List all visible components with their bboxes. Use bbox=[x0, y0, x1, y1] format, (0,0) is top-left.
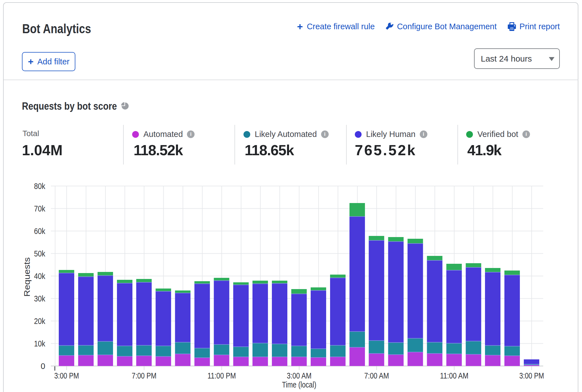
svg-text:80k: 80k bbox=[34, 182, 45, 191]
svg-text:Requests: Requests bbox=[22, 257, 31, 297]
svg-text:7:00 AM: 7:00 AM bbox=[364, 371, 389, 380]
svg-text:7:00 PM: 7:00 PM bbox=[132, 371, 157, 380]
svg-text:3:00 AM: 3:00 AM bbox=[287, 371, 312, 380]
svg-text:3:00 PM: 3:00 PM bbox=[54, 371, 79, 380]
svg-text:11:00 PM: 11:00 PM bbox=[207, 371, 236, 380]
svg-text:70k: 70k bbox=[34, 204, 45, 213]
svg-text:10k: 10k bbox=[34, 339, 45, 348]
svg-text:50k: 50k bbox=[34, 249, 45, 258]
svg-text:11:00 AM: 11:00 AM bbox=[440, 371, 468, 380]
svg-text:60k: 60k bbox=[34, 227, 45, 236]
svg-text:Time (local): Time (local) bbox=[282, 380, 316, 389]
svg-text:30k: 30k bbox=[34, 294, 45, 303]
svg-text:40k: 40k bbox=[34, 272, 45, 281]
svg-text:0: 0 bbox=[41, 362, 45, 371]
svg-text:20k: 20k bbox=[34, 317, 45, 326]
svg-text:3:00 PM: 3:00 PM bbox=[519, 371, 544, 380]
